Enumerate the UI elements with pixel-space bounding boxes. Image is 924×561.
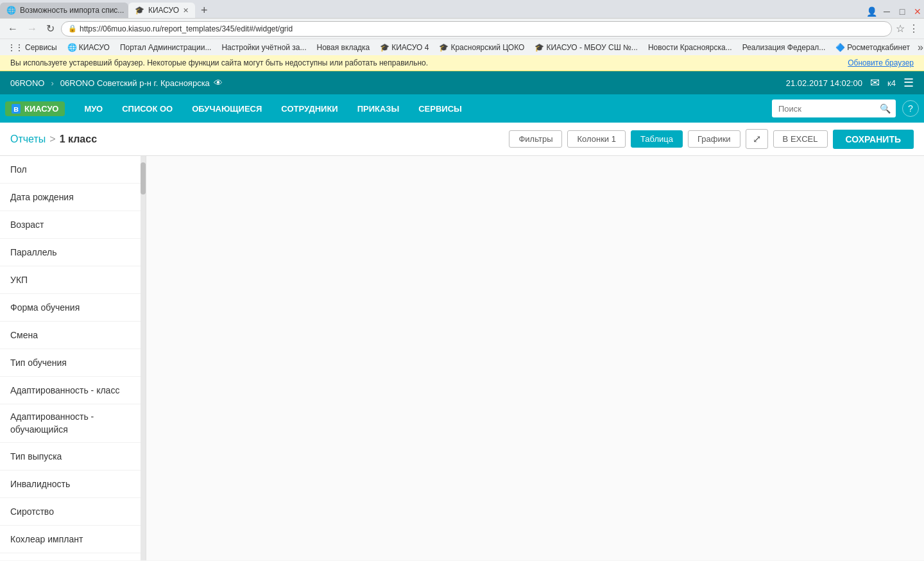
apps-icon: ⋮⋮ (8, 43, 23, 52)
org-location: 06RONO Советский р-н г. Красноярска (60, 78, 210, 88)
update-browser-link[interactable]: Обновите браузер (848, 58, 914, 67)
app-logo[interactable]: в КИАСУО (5, 101, 65, 116)
newtab-bm-label: Новая вкладка (317, 43, 370, 52)
user-icon[interactable]: 👤 (865, 5, 878, 18)
bookmark-kiasuo4[interactable]: 🎓 КИАСУО 4 (377, 42, 431, 53)
excel-button[interactable]: В EXCEL (773, 130, 828, 148)
browser-tab-active[interactable]: 🎓 КИАСУО ✕ (128, 3, 195, 18)
sidebar-item-invalid[interactable]: Инвалидность (0, 470, 146, 498)
bookmark-news[interactable]: Новости Красноярска... (646, 42, 735, 53)
nav-orders[interactable]: ПРИКАЗЫ (348, 99, 409, 119)
tab-label: Возможность импорта спис... (20, 6, 124, 15)
bookmark-mbou[interactable]: 🎓 КИАСУО - МБОУ СШ №... (532, 42, 640, 53)
forward-button[interactable]: → (24, 22, 40, 36)
nav-services[interactable]: СЕРВИСЫ (409, 99, 471, 119)
main-layout: Пол Дата рождения Возраст Параллель УКП … (0, 156, 924, 560)
hamburger-menu-icon[interactable]: ☰ (903, 76, 914, 90)
page-content: Отчеты > 1 класс Фильтры Колонки 1 Табли… (0, 123, 924, 560)
sidebar-item-age-label: Возраст (10, 220, 44, 230)
charts-button[interactable]: Графики (688, 130, 740, 148)
rosmet-label: Росметодкабинет (847, 43, 910, 52)
favicon-kiasuo4: 🎓 (380, 43, 389, 52)
favicon-coko: 🎓 (439, 43, 449, 52)
mbou-label: КИАСУО - МБОУ СШ №... (546, 43, 637, 52)
eye-icon[interactable]: 👁 (214, 78, 223, 88)
mail-icon[interactable]: ✉ (870, 76, 880, 90)
org-code: 06RONO (10, 78, 44, 88)
sidebar-scrollbar-thumb[interactable] (141, 162, 146, 194)
bookmark-rosmet[interactable]: 🔷 Росметодкабинет (833, 42, 912, 53)
favicon-mbou: 🎓 (535, 43, 544, 52)
refresh-button[interactable]: ↻ (44, 21, 57, 36)
sidebar-item-smena[interactable]: Смена (0, 322, 146, 349)
kiasuo-favicon: 🌐 (67, 43, 77, 52)
sidebar-item-kochlear-label: Кохлеар имплант (10, 534, 83, 544)
nav-items: МУО СПИСОК ОО ОБУЧАЮЩИЕСЯ СОТРУДНИКИ ПРИ… (75, 99, 470, 119)
info-bar-right: 21.02.2017 14:02:00 ✉ к4 ☰ (786, 76, 914, 90)
browser-tabs-bar: 🌐 Возможность импорта спис... ✕ 🎓 КИАСУО… (0, 0, 924, 18)
content-area (146, 156, 924, 560)
settings-bm-label: Настройки учётной за... (221, 43, 306, 52)
lock-icon: 🔒 (68, 24, 77, 33)
page-toolbar: Фильтры Колонки 1 Таблица Графики ⤢ В EX… (509, 129, 914, 149)
bookmark-coko[interactable]: 🎓 Красноярский ЦОКО (436, 42, 527, 53)
sidebar-item-ukp[interactable]: УКП (0, 266, 146, 294)
info-sep: › (51, 78, 53, 88)
bookmark-settings[interactable]: Настройки учётной за... (219, 42, 309, 53)
apps-label: Сервисы (25, 43, 57, 52)
table-button[interactable]: Таблица (631, 130, 683, 148)
sidebar-item-dob[interactable]: Дата рождения (0, 184, 146, 211)
nav-search: 🔍 (772, 99, 896, 117)
browser-menu-button[interactable]: ⋮ (909, 22, 919, 35)
maximize-button[interactable]: □ (896, 5, 909, 18)
breadcrumb-reports-link[interactable]: Отчеты (10, 134, 46, 145)
nav-list-oo[interactable]: СПИСОК ОО (113, 99, 182, 119)
nav-staff[interactable]: СОТРУДНИКИ (272, 99, 346, 119)
sidebar-item-age[interactable]: Возраст (0, 211, 146, 239)
search-input[interactable] (772, 99, 875, 117)
sidebar-item-forma-label: Форма обучения (10, 302, 80, 313)
kiasuo4-label: КИАСУО 4 (391, 43, 429, 52)
bookmark-newtab[interactable]: Новая вкладка (314, 42, 373, 53)
bookmark-federal[interactable]: Реализация Федерал... (740, 42, 828, 53)
sidebar-item-tip-vypusk[interactable]: Тип выпуска (0, 443, 146, 470)
nav-muo[interactable]: МУО (75, 99, 112, 119)
sidebar-item-ukp-label: УКП (10, 275, 28, 285)
search-button[interactable]: 🔍 (875, 99, 896, 117)
minimize-button[interactable]: ─ (880, 5, 893, 18)
datetime: 21.02.2017 14:02:00 (786, 78, 862, 88)
sidebar-item-pol[interactable]: Пол (0, 156, 146, 184)
back-button[interactable]: ← (5, 22, 21, 36)
sidebar-item-tip-label: Тип обучения (10, 358, 67, 368)
nav-students[interactable]: ОБУЧАЮЩИЕСЯ (183, 99, 271, 119)
sidebar-item-invalid-label: Инвалидность (10, 479, 70, 489)
sidebar-item-adapt-student[interactable]: Адаптированность - обучающийся (0, 404, 146, 443)
bookmarks-more-button[interactable]: » (918, 42, 923, 53)
save-button[interactable]: СОХРАНИТЬ (833, 130, 914, 149)
bookmark-portal[interactable]: Портал Администрации... (117, 42, 214, 53)
sidebar-item-sirotstvo[interactable]: Сиротство (0, 498, 146, 526)
sidebar-item-adapt-class[interactable]: Адаптированность - класс (0, 377, 146, 404)
sidebar-item-tip[interactable]: Тип обучения (0, 349, 146, 377)
browser-window: 🌐 Возможность импорта спис... ✕ 🎓 КИАСУО… (0, 0, 924, 560)
sidebar-scrollbar[interactable] (141, 156, 146, 560)
bookmark-label-kiasuo: КИАСУО (79, 43, 110, 52)
help-button[interactable]: ? (902, 100, 919, 117)
close-button[interactable]: ✕ (911, 5, 924, 18)
bookmark-kiasuo[interactable]: 🌐 КИАСУО (65, 42, 112, 53)
sidebar-item-forma[interactable]: Форма обучения (0, 294, 146, 322)
sidebar-item-sirotstvo-label: Сиротство (10, 506, 54, 517)
expand-button[interactable]: ⤢ (746, 129, 768, 149)
bookmark-star-button[interactable]: ☆ (896, 22, 905, 35)
sidebar-item-smena-label: Смена (10, 330, 38, 340)
sidebar-item-kochlear[interactable]: Кохлеар имплант (0, 526, 146, 553)
columns-button[interactable]: Колонки 1 (567, 130, 625, 148)
sidebar-item-parallel[interactable]: Параллель (0, 239, 146, 266)
bookmarks-apps[interactable]: ⋮⋮ Сервисы (5, 42, 60, 53)
new-tab-button[interactable]: + (195, 3, 213, 18)
breadcrumb-current-page: 1 класс (60, 134, 97, 145)
url-bar[interactable]: 🔒 https://06muo.kiasuo.ru/report_templat… (61, 21, 892, 37)
active-tab-close-button[interactable]: ✕ (183, 6, 189, 15)
filters-button[interactable]: Фильтры (509, 130, 562, 148)
browser-tab-inactive[interactable]: 🌐 Возможность импорта спис... ✕ (0, 3, 128, 18)
